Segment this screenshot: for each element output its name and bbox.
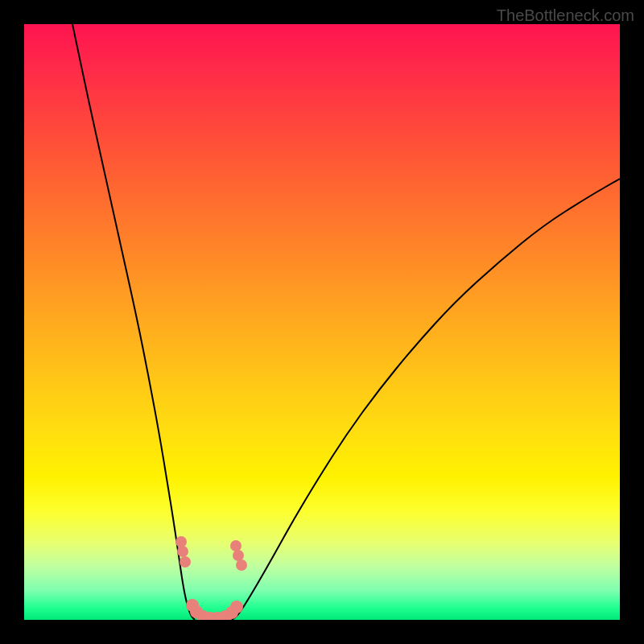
data-markers: [175, 536, 247, 620]
markers-layer: [24, 24, 620, 620]
data-marker: [233, 550, 244, 561]
data-marker: [230, 540, 242, 551]
data-marker: [175, 536, 187, 547]
data-marker: [177, 546, 188, 557]
data-marker: [236, 559, 247, 571]
attribution-text: TheBottleneck.com: [497, 6, 634, 25]
data-marker: [230, 601, 243, 613]
plot-area: [24, 24, 620, 620]
data-marker: [180, 556, 191, 568]
